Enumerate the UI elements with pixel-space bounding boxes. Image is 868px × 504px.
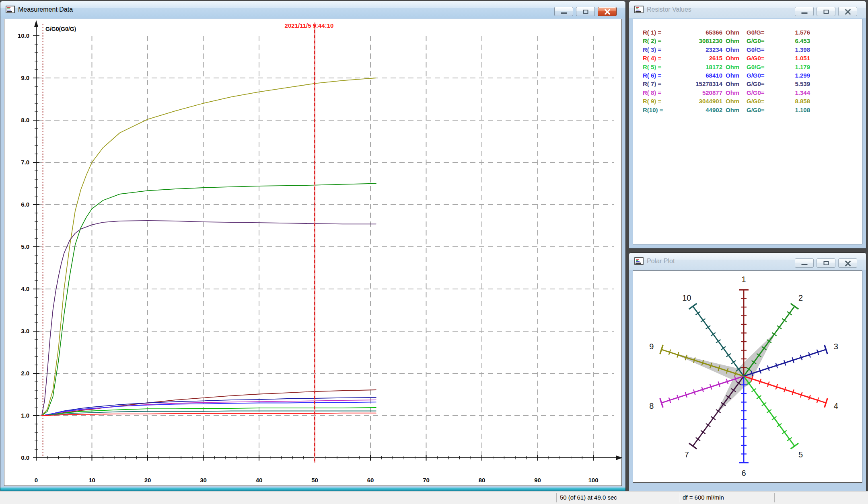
resistor-ohm: 68410: [677, 71, 722, 80]
svg-text:8.0: 8.0: [21, 117, 29, 123]
close-button[interactable]: [838, 258, 857, 268]
status-flow: df = 600 ml/min: [683, 492, 724, 504]
polar-axis-label-6: 6: [741, 469, 746, 477]
minimize-icon: [561, 12, 567, 14]
resistor-label: R( 9) =: [643, 97, 677, 105]
resistor-ratio: 1.051: [772, 54, 810, 62]
polar-axis-label-9: 9: [649, 342, 654, 351]
svg-text:6.0: 6.0: [21, 201, 29, 208]
resistor-rlabel: G/G0=: [747, 106, 772, 114]
axis-tick-labels: 0.01.02.03.04.05.06.07.08.09.010.0010203…: [18, 32, 599, 484]
resistor-row-4: R( 4) =2615OhmG/G0=1.051: [643, 54, 810, 62]
resistor-rlabel: G/G0=: [747, 97, 772, 105]
resistor-ohm: 18172: [677, 63, 722, 71]
resistor-titlebar[interactable]: Resistor Values: [629, 1, 866, 18]
resistor-row-2: R( 2) =3081230OhmG/G0=6.453: [643, 37, 810, 45]
resistor-ohm: 44902: [677, 106, 722, 114]
resistor-ratio: 1.344: [772, 88, 810, 97]
grid-lines: [37, 36, 614, 457]
window-title: Polar Plot: [647, 253, 675, 270]
svg-text:90: 90: [534, 477, 541, 484]
axis-ticks: [33, 36, 593, 461]
maximize-button[interactable]: [817, 7, 835, 16]
resistor-row-9: R( 9) =3044901OhmG/G0=8.858: [643, 97, 810, 105]
resistor-rlabel: G/G0=: [747, 54, 772, 62]
window-controls: [795, 258, 857, 268]
close-button[interactable]: [838, 7, 857, 16]
window-title: Measurement Data: [18, 1, 73, 18]
resistor-label: R( 2) =: [643, 37, 677, 45]
cursor-timestamp: 2021/11/5 9:44:10: [285, 22, 334, 29]
resistor-ratio: 1.299: [772, 71, 810, 80]
resistor-row-8: R( 8) =520877OhmG/G0=1.344: [643, 88, 810, 97]
resistor-label: R(10) =: [643, 106, 677, 114]
measurement-window: Measurement Data 0.01.02.03.04.05.06.07.…: [0, 1, 626, 491]
resistor-row-3: R( 3) =23234OhmG0/G=1.398: [643, 45, 810, 54]
resistor-list-area: R( 1) =65366OhmG0/G=1.576R( 2) =3081230O…: [633, 19, 862, 244]
resistor-unit: Ohm: [722, 37, 747, 45]
maximize-icon: [823, 261, 829, 265]
measurement-chart-area[interactable]: 0.01.02.03.04.05.06.07.08.09.010.0010203…: [4, 19, 622, 486]
resistor-row-10: R(10) =44902OhmG/G0=1.108: [643, 106, 810, 114]
resistor-ohm: 3081230: [677, 37, 722, 45]
resistor-ohm: 65366: [677, 28, 722, 37]
resistor-unit: Ohm: [722, 63, 747, 71]
svg-text:100: 100: [588, 477, 598, 484]
minimize-button[interactable]: [554, 7, 573, 16]
polar-axis-label-2: 2: [798, 293, 803, 302]
resistor-unit: Ohm: [722, 80, 747, 88]
chart-window-icon: [634, 257, 644, 265]
status-divider: [556, 493, 557, 502]
resistor-rlabel: G0/G=: [747, 45, 772, 54]
close-button[interactable]: [598, 7, 617, 16]
svg-text:4.0: 4.0: [21, 285, 29, 292]
svg-text:2.0: 2.0: [21, 370, 29, 377]
x-axis-arrow: [616, 455, 622, 460]
resistor-ratio: 1.108: [772, 106, 810, 114]
resistor-label: R( 7) =: [643, 80, 677, 88]
resistor-rlabel: G/G0=: [747, 88, 772, 97]
polar-axis-label-8: 8: [649, 402, 654, 410]
resistor-ratio: 1.179: [772, 63, 810, 71]
polar-titlebar[interactable]: Polar Plot: [629, 253, 866, 270]
resistor-row-5: R( 5) =18172OhmG0/G=1.179: [643, 63, 810, 71]
resistor-label: R( 1) =: [643, 28, 677, 37]
polar-axis-5: [744, 376, 798, 449]
y-axis-arrow: [34, 20, 38, 27]
svg-text:60: 60: [367, 477, 374, 484]
close-icon: [604, 8, 611, 15]
maximize-icon: [583, 10, 588, 14]
polar-axis-label-4: 4: [834, 402, 838, 410]
svg-text:5.0: 5.0: [21, 243, 29, 250]
window-title: Resistor Values: [647, 1, 691, 18]
maximize-button[interactable]: [817, 258, 835, 268]
resistor-ratio: 5.539: [772, 80, 810, 88]
resistor-ohm: 2615: [677, 54, 722, 62]
svg-text:40: 40: [256, 477, 263, 484]
resistor-unit: Ohm: [722, 106, 747, 114]
svg-text:10.0: 10.0: [18, 32, 29, 39]
window-controls: [795, 7, 857, 16]
measurement-titlebar[interactable]: Measurement Data: [0, 1, 625, 18]
chart-window-icon: [634, 6, 644, 14]
polar-plot-window: Polar Plot 12345678910: [629, 252, 866, 491]
svg-text:0: 0: [35, 477, 38, 484]
polar-plot-svg: 12345678910: [633, 271, 863, 483]
minimize-button[interactable]: [795, 7, 814, 16]
svg-text:1.0: 1.0: [21, 412, 29, 419]
chart-window-icon: [6, 6, 15, 14]
maximize-icon: [823, 10, 829, 14]
minimize-button[interactable]: [795, 258, 814, 268]
resistor-ohm: 15278314: [677, 80, 722, 88]
window-bottom-edge: [0, 488, 625, 491]
polar-axis-label-1: 1: [741, 275, 746, 284]
resistor-ohm: 23234: [677, 45, 722, 54]
resistor-rlabel: G0/G=: [747, 63, 772, 71]
resistor-unit: Ohm: [722, 45, 747, 54]
resistor-row-7: R( 7) =15278314OhmG/G0=5.539: [643, 80, 810, 88]
maximize-button[interactable]: [576, 7, 595, 16]
polar-axis-label-7: 7: [685, 450, 689, 459]
polar-plot-area: 12345678910: [633, 270, 862, 483]
resistor-unit: Ohm: [722, 71, 747, 80]
close-icon: [845, 8, 851, 15]
